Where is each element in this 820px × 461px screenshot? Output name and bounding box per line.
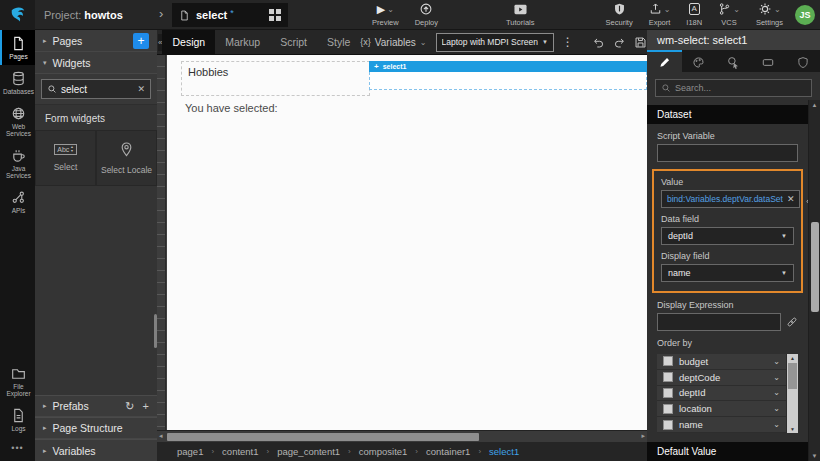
bind-link-icon[interactable] xyxy=(786,316,798,328)
tab-script[interactable]: Script xyxy=(270,30,317,55)
canvas-more-menu-icon[interactable]: ⋮ xyxy=(562,35,574,49)
rail-item-pages[interactable]: Pages xyxy=(0,30,35,65)
checkbox[interactable] xyxy=(663,388,673,398)
value-binding-input[interactable]: bind:Variables.deptVar.dataSet ✕ xyxy=(661,190,800,208)
add-page-button[interactable]: + xyxy=(133,33,149,49)
breadcrumb-item-content1[interactable]: content1 xyxy=(222,446,258,457)
inspector-scrollbar-thumb[interactable] xyxy=(811,222,819,312)
save-button[interactable] xyxy=(634,36,647,49)
breadcrumb-item-page1[interactable]: page1 xyxy=(177,446,203,457)
vcs-button[interactable]: ⌄ VCS xyxy=(718,2,740,27)
rail-item-logs[interactable]: Logs xyxy=(0,402,35,437)
scroll-down-icon[interactable]: ▼ xyxy=(809,453,820,459)
chevron-down-icon[interactable]: ⌄ xyxy=(773,388,780,397)
export-button[interactable]: ⌄ Export xyxy=(649,2,671,27)
display-field-select[interactable]: name ▼ xyxy=(661,264,794,282)
tab-style[interactable]: Style xyxy=(317,30,360,55)
display-expression-input[interactable] xyxy=(657,313,781,331)
order-field-deptCode[interactable]: deptCode ⌄ xyxy=(657,370,786,386)
order-field-name[interactable]: name ⌄ xyxy=(657,417,786,433)
rail-item-file-explorer[interactable]: File Explorer xyxy=(0,360,35,402)
sidebar-section-variables[interactable]: ▸ Variables xyxy=(35,439,157,461)
tab-device[interactable] xyxy=(751,50,786,72)
data-field-select[interactable]: deptId ▼ xyxy=(661,227,794,245)
checkbox[interactable] xyxy=(663,372,673,382)
sidebar-section-page-structure[interactable]: ▸ Page Structure xyxy=(35,417,157,439)
move-icon[interactable]: + xyxy=(374,62,379,71)
rail-item-web-services[interactable]: Web Services xyxy=(0,100,35,142)
chevron-down-icon[interactable]: ⌄ xyxy=(773,373,780,382)
select-widget-body[interactable] xyxy=(369,72,647,90)
scroll-right-icon[interactable]: ▸ xyxy=(641,432,645,440)
open-page-tab[interactable]: select * xyxy=(172,3,288,27)
i18n-button[interactable]: A I18N xyxy=(686,2,702,27)
checkbox[interactable] xyxy=(663,420,673,430)
sidebar-section-widgets[interactable]: ▾ Widgets xyxy=(35,52,157,74)
rail-overflow-button[interactable]: ••• xyxy=(0,437,35,461)
folder-icon xyxy=(11,366,26,381)
tab-events[interactable] xyxy=(716,50,751,72)
device-selector[interactable]: Laptop with MDPI Screen ▼ xyxy=(436,33,554,52)
default-value-section-header[interactable]: Default Value xyxy=(647,442,808,461)
deploy-button[interactable]: Deploy xyxy=(415,2,438,27)
security-button[interactable]: Security xyxy=(606,2,633,27)
sidebar-section-prefabs[interactable]: ▸ Prefabs ↻ + xyxy=(35,395,157,417)
widget-card-select[interactable]: Abc ▲▼ Select xyxy=(35,130,96,186)
add-prefab-icon[interactable]: + xyxy=(143,400,149,413)
variables-dropdown-button[interactable]: {x} Variables ⌄ xyxy=(360,37,426,48)
dataset-section-header[interactable]: Dataset xyxy=(647,105,808,124)
user-avatar[interactable]: JS xyxy=(795,5,815,25)
order-field-deptId[interactable]: deptId ⌄ xyxy=(657,386,786,402)
canvas-horizontal-scrollbar[interactable]: ◂ ▸ xyxy=(157,430,647,442)
breadcrumb-item-container1[interactable]: container1 xyxy=(426,446,470,457)
property-search-input[interactable]: Search... xyxy=(655,79,812,97)
horizontal-scrollbar-thumb[interactable] xyxy=(167,433,479,441)
tab-markup[interactable]: Markup xyxy=(215,30,270,55)
widget-search-input[interactable]: select ✕ xyxy=(41,79,151,99)
undo-button[interactable] xyxy=(592,36,605,49)
breadcrumb-item-select1[interactable]: select1 xyxy=(489,446,519,457)
order-list-scrollbar-thumb[interactable] xyxy=(788,363,797,389)
widget-card-select-locale[interactable]: Select Locale xyxy=(96,130,157,186)
sidebar-section-pages[interactable]: ▸ Pages + xyxy=(35,30,157,52)
scroll-up-icon[interactable]: ▲ xyxy=(787,355,798,361)
redo-icon xyxy=(613,36,626,49)
checkbox[interactable] xyxy=(663,356,673,366)
rail-item-java-services[interactable]: Java Services xyxy=(0,142,35,184)
preview-button[interactable]: ▶⌄ Preview xyxy=(372,2,399,27)
tab-properties[interactable] xyxy=(647,50,682,72)
tab-styles[interactable] xyxy=(682,50,717,72)
script-variable-input[interactable] xyxy=(657,144,798,162)
refresh-prefabs-icon[interactable]: ↻ xyxy=(125,400,134,413)
tab-design[interactable]: Design xyxy=(162,30,215,55)
clear-search-icon[interactable]: ✕ xyxy=(137,84,145,94)
rail-item-databases[interactable]: Databases xyxy=(0,65,35,100)
breadcrumb-item-composite1[interactable]: composite1 xyxy=(359,446,408,457)
breadcrumb-item-page-content1[interactable]: page_content1 xyxy=(277,446,340,457)
settings-label: Settings xyxy=(756,18,783,27)
tutorials-icon xyxy=(513,3,528,16)
pages-grid-icon[interactable] xyxy=(269,9,281,21)
widget-selection-header[interactable]: + select1 xyxy=(369,61,647,72)
redo-button[interactable] xyxy=(613,36,626,49)
wavemaker-logo[interactable] xyxy=(0,0,35,30)
order-list-scrollbar[interactable]: ▲ ▼ xyxy=(787,354,798,433)
clear-binding-icon[interactable]: ✕ xyxy=(787,194,795,204)
scroll-up-icon[interactable]: ▲ xyxy=(809,102,820,108)
inspector-scrollbar[interactable]: ▲ ▼ xyxy=(808,100,820,461)
checkbox[interactable] xyxy=(663,404,673,414)
order-field-location[interactable]: location ⌄ xyxy=(657,401,786,417)
rail-item-apis[interactable]: APIs xyxy=(0,184,35,219)
scroll-left-icon[interactable]: ◂ xyxy=(159,432,163,440)
chevron-down-icon[interactable]: ⌄ xyxy=(773,420,780,429)
chevron-down-icon[interactable]: ⌄ xyxy=(773,404,780,413)
tab-security[interactable] xyxy=(785,50,820,72)
settings-button[interactable]: ⌄ Settings xyxy=(756,2,783,27)
order-field-budget[interactable]: budget ⌄ xyxy=(657,354,786,370)
chevron-down-icon[interactable]: ⌄ xyxy=(773,357,780,366)
scroll-down-icon[interactable]: ▼ xyxy=(787,426,798,432)
selected-select-widget[interactable]: + select1 xyxy=(369,61,647,90)
canvas-page[interactable]: Hobbies + select1 You have selected: xyxy=(167,55,647,430)
hobbies-label-widget[interactable]: Hobbies xyxy=(181,61,370,96)
tutorials-button[interactable]: Tutorials xyxy=(506,2,534,27)
